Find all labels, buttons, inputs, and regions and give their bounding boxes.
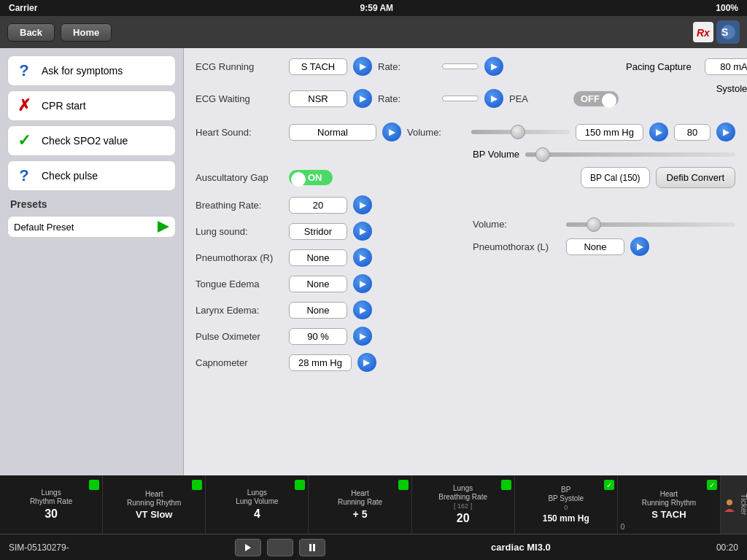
bp-volume-slider[interactable] [525, 152, 735, 157]
carrier-label: Carrier [9, 3, 37, 13]
sidebar-item-check-pulse[interactable]: ? Check pulse [7, 160, 176, 191]
sidebar: ? Ask for symptoms ✗ CPR start ✓ Check S… [0, 48, 184, 475]
volume-slider[interactable] [471, 130, 570, 134]
ecg-waiting-label: ECG Waiting [196, 93, 283, 104]
systole-value[interactable]: 150 mm Hg [576, 124, 643, 141]
pneumothorax-l-arrow[interactable]: ▶ [630, 237, 649, 256]
capnometer-value[interactable]: 28 mm Hg [289, 354, 352, 371]
ticker-lungs-rhythm: LungsRhythm Rate 30 [0, 475, 103, 534]
sidebar-item-ask-symptoms[interactable]: ? Ask for symptoms [7, 55, 176, 86]
ticker-check-7: ✓ [707, 480, 717, 490]
larynx-edema-value[interactable]: None [289, 302, 347, 319]
pea-label: PEA [509, 93, 568, 104]
ticker-lungs-volume: LungsLung Volume 4 [206, 475, 309, 534]
play-button[interactable] [235, 539, 261, 556]
sidebar-item-check-spo2[interactable]: ✓ Check SPO2 value [7, 125, 176, 156]
time-label: 9:59 AM [360, 3, 394, 13]
ecg-running-rate-label: Rate: [378, 61, 436, 72]
pause-button[interactable] [299, 539, 325, 556]
ticker-lungs-breathing: LungsBreathing Rate[ 162 ] 20 [412, 475, 515, 534]
ticker-label-5: LungsBreathing Rate[ 162 ] [438, 484, 487, 510]
capnometer-arrow[interactable]: ▶ [357, 353, 376, 372]
home-button[interactable]: Home [61, 23, 112, 42]
tongue-edema-label: Tongue Edema [196, 279, 283, 289]
pulse-oximeter-label: Pulse Oximeter [196, 331, 283, 342]
ticker-label-3: LungsLung Volume [236, 489, 278, 506]
cpr-start-label: CPR start [42, 100, 86, 112]
ecg-running-rate-arrow[interactable]: ▶ [484, 57, 503, 76]
diastole-value[interactable]: 80 [674, 124, 711, 141]
x-icon: ✗ [14, 96, 34, 116]
capnometer-label: Capnometer [196, 357, 283, 368]
ticker-side-label: Ticker [740, 494, 747, 516]
larynx-edema-arrow[interactable]: ▶ [353, 300, 372, 319]
breathing-rate-arrow[interactable]: ▶ [353, 195, 372, 214]
sim-time: 00:20 [716, 542, 738, 553]
main-container: ? Ask for symptoms ✗ CPR start ✓ Check S… [0, 48, 747, 475]
ecg-waiting-rate-value[interactable] [442, 96, 479, 101]
defib-convert-button[interactable]: Defib Convert [656, 167, 735, 188]
presets-label: Presets [7, 195, 176, 211]
systole-arrow[interactable]: ▶ [649, 122, 668, 141]
question-icon: ? [14, 61, 34, 81]
lung-sound-value[interactable]: Stridor [289, 223, 347, 240]
pneumothorax-r-arrow[interactable]: ▶ [353, 248, 372, 267]
rx-icon: Rx [693, 22, 713, 42]
sim-id: SIM-05130279- [9, 542, 69, 553]
heart-sound-value[interactable]: Normal [289, 124, 376, 141]
volume-label: Volume: [407, 127, 465, 138]
ticker-bp-systole: ✓ BPBP Systole0 150 mm Hg [515, 475, 618, 534]
ticker-label-6: BPBP Systole0 [548, 486, 584, 512]
breathing-rate-label: Breathing Rate: [196, 200, 283, 211]
heart-sound-arrow[interactable]: ▶ [382, 122, 401, 141]
tongue-edema-value[interactable]: None [289, 276, 347, 292]
ticker-bar: LungsRhythm Rate 30 HeartRunning Rhythm … [0, 475, 747, 534]
ecg-running-arrow[interactable]: ▶ [353, 57, 372, 76]
svg-text:S: S [721, 26, 728, 38]
pacing-capture-value[interactable]: 80 mA [705, 58, 747, 75]
ticker-person-icon [722, 499, 737, 513]
sidebar-item-cpr-start[interactable]: ✗ CPR start [7, 90, 176, 121]
right-volume-label: Volume: [473, 219, 560, 230]
ecg-waiting-rate-arrow[interactable]: ▶ [484, 89, 503, 108]
ticker-heart-rate: HeartRunning Rate + 5 [309, 475, 411, 534]
preset-default[interactable]: Default Preset [7, 216, 176, 238]
ecg-running-value[interactable]: S TACH [289, 58, 347, 75]
ticker-value-1: 30 [44, 508, 58, 521]
right-volume-slider[interactable] [566, 222, 735, 227]
lung-sound-label: Lung sound: [196, 226, 283, 237]
ecg-waiting-arrow[interactable]: ▶ [353, 89, 372, 108]
diastole-arrow[interactable]: ▶ [716, 122, 735, 141]
ask-symptoms-label: Ask for symptoms [42, 65, 123, 77]
breathing-rate-value[interactable]: 20 [289, 197, 347, 214]
heart-sound-label: Heart Sound: [196, 127, 283, 138]
pea-toggle[interactable]: OFF [573, 91, 619, 106]
pause-icon [308, 543, 317, 552]
stop-button[interactable] [267, 539, 293, 556]
tongue-edema-arrow[interactable]: ▶ [353, 274, 372, 293]
ticker-green-box-1 [89, 480, 99, 490]
svg-rect-8 [313, 544, 315, 551]
svg-rect-7 [309, 544, 311, 551]
pneumothorax-l-value[interactable]: None [566, 238, 624, 255]
ticker-value-5: 20 [457, 512, 470, 525]
check-pulse-label: Check pulse [42, 170, 98, 182]
back-button[interactable]: Back [7, 23, 55, 42]
bottom-controls [235, 539, 325, 556]
bp-cal-button[interactable]: BP Cal (150) [581, 167, 649, 188]
ticker-label-2: HeartRunning Rhythm [127, 490, 181, 508]
pulse-oximeter-value[interactable]: 90 % [289, 328, 347, 345]
ecg-waiting-value[interactable]: NSR [289, 90, 347, 107]
pneumothorax-r-value[interactable]: None [289, 249, 347, 266]
pulse-oximeter-arrow[interactable]: ▶ [353, 327, 372, 346]
question-icon-2: ? [14, 166, 34, 186]
auscultatory-toggle[interactable]: ON [289, 170, 333, 185]
ecg-waiting-rate-label: Rate: [378, 93, 436, 104]
pea-state: OFF [581, 93, 600, 104]
ticker-value-4: + 5 [353, 508, 368, 520]
svg-point-5 [727, 499, 732, 505]
check-spo2-label: Check SPO2 value [42, 135, 128, 147]
ecg-running-rate-value[interactable] [442, 63, 479, 69]
lung-sound-arrow[interactable]: ▶ [353, 222, 372, 241]
pneumothorax-r-label: Pneumothorax (R) [196, 252, 283, 263]
